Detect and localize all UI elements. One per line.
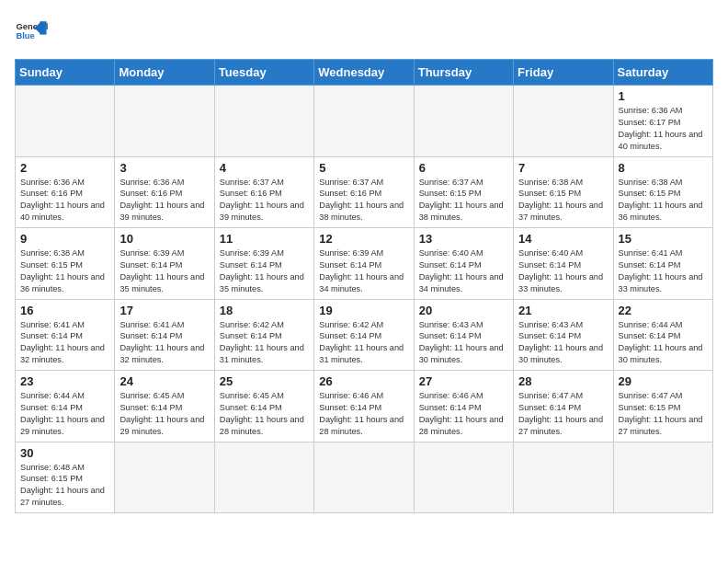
day-number: 11 (220, 232, 309, 246)
day-number: 25 (220, 374, 309, 388)
cell-info: Sunrise: 6:41 AMSunset: 6:14 PMDaylight:… (619, 247, 708, 295)
day-number: 27 (419, 374, 508, 388)
calendar-week-row: 9Sunrise: 6:38 AMSunset: 6:15 PMDaylight… (16, 228, 713, 300)
day-number: 29 (619, 374, 708, 388)
cell-info: Sunrise: 6:40 AMSunset: 6:14 PMDaylight:… (518, 247, 608, 295)
cell-info: Sunrise: 6:42 AMSunset: 6:14 PMDaylight:… (220, 319, 309, 367)
calendar-cell (314, 86, 414, 157)
day-number: 19 (319, 304, 408, 317)
day-number: 1 (619, 89, 708, 103)
day-number: 24 (119, 374, 209, 388)
logo-icon: General Blue (15, 15, 48, 48)
calendar-cell: 5Sunrise: 6:37 AMSunset: 6:16 PMDaylight… (314, 156, 414, 228)
weekday-header-saturday: Saturday (613, 60, 712, 86)
cell-info: Sunrise: 6:38 AMSunset: 6:15 PMDaylight:… (20, 247, 109, 295)
calendar-cell: 17Sunrise: 6:41 AMSunset: 6:14 PMDayligh… (115, 299, 214, 371)
day-number: 22 (619, 304, 708, 317)
cell-info: Sunrise: 6:41 AMSunset: 6:14 PMDaylight:… (20, 319, 109, 367)
cell-info: Sunrise: 6:45 AMSunset: 6:14 PMDaylight:… (119, 390, 209, 438)
day-number: 14 (518, 232, 608, 246)
calendar-cell: 14Sunrise: 6:40 AMSunset: 6:14 PMDayligh… (514, 228, 613, 300)
svg-text:Blue: Blue (16, 31, 34, 40)
calendar-cell (314, 442, 414, 513)
cell-info: Sunrise: 6:40 AMSunset: 6:14 PMDaylight:… (419, 247, 508, 295)
calendar-week-row: 30Sunrise: 6:48 AMSunset: 6:15 PMDayligh… (16, 442, 713, 513)
day-number: 10 (119, 232, 209, 246)
day-number: 18 (220, 304, 309, 317)
calendar-cell (414, 86, 513, 157)
cell-info: Sunrise: 6:46 AMSunset: 6:14 PMDaylight:… (319, 390, 408, 438)
calendar-cell: 22Sunrise: 6:44 AMSunset: 6:14 PMDayligh… (613, 299, 712, 371)
day-number: 12 (319, 232, 408, 246)
cell-info: Sunrise: 6:48 AMSunset: 6:15 PMDaylight:… (20, 462, 109, 510)
calendar-cell: 18Sunrise: 6:42 AMSunset: 6:14 PMDayligh… (214, 299, 313, 371)
weekday-header-wednesday: Wednesday (314, 60, 414, 86)
calendar-week-row: 23Sunrise: 6:44 AMSunset: 6:14 PMDayligh… (16, 371, 713, 442)
calendar-cell (214, 442, 313, 513)
calendar-table: SundayMondayTuesdayWednesdayThursdayFrid… (15, 59, 713, 513)
day-number: 23 (20, 374, 109, 388)
cell-info: Sunrise: 6:38 AMSunset: 6:15 PMDaylight:… (518, 177, 608, 224)
calendar-cell: 27Sunrise: 6:46 AMSunset: 6:14 PMDayligh… (414, 371, 513, 442)
calendar-cell (414, 442, 513, 513)
cell-info: Sunrise: 6:47 AMSunset: 6:15 PMDaylight:… (619, 390, 708, 438)
calendar-cell: 21Sunrise: 6:43 AMSunset: 6:14 PMDayligh… (514, 299, 613, 371)
weekday-header-thursday: Thursday (414, 60, 513, 86)
day-number: 17 (119, 304, 209, 317)
calendar-cell: 3Sunrise: 6:36 AMSunset: 6:16 PMDaylight… (115, 156, 214, 228)
calendar-cell: 12Sunrise: 6:39 AMSunset: 6:14 PMDayligh… (314, 228, 414, 300)
calendar-cell: 1Sunrise: 6:36 AMSunset: 6:17 PMDaylight… (613, 86, 712, 157)
calendar-cell: 13Sunrise: 6:40 AMSunset: 6:14 PMDayligh… (414, 228, 513, 300)
calendar-cell (613, 442, 712, 513)
weekday-header-row: SundayMondayTuesdayWednesdayThursdayFrid… (16, 60, 713, 86)
cell-info: Sunrise: 6:42 AMSunset: 6:14 PMDaylight:… (319, 319, 408, 367)
day-number: 4 (220, 161, 309, 175)
calendar-cell: 15Sunrise: 6:41 AMSunset: 6:14 PMDayligh… (613, 228, 712, 300)
day-number: 13 (419, 232, 508, 246)
weekday-header-sunday: Sunday (16, 60, 115, 86)
day-number: 26 (319, 374, 408, 388)
logo: General Blue (15, 15, 48, 48)
calendar-cell: 24Sunrise: 6:45 AMSunset: 6:14 PMDayligh… (115, 371, 214, 442)
cell-info: Sunrise: 6:36 AMSunset: 6:17 PMDaylight:… (619, 105, 708, 153)
cell-info: Sunrise: 6:38 AMSunset: 6:15 PMDaylight:… (619, 177, 708, 224)
day-number: 2 (20, 161, 109, 175)
calendar-cell: 19Sunrise: 6:42 AMSunset: 6:14 PMDayligh… (314, 299, 414, 371)
calendar-cell: 8Sunrise: 6:38 AMSunset: 6:15 PMDaylight… (613, 156, 712, 228)
day-number: 30 (20, 446, 109, 460)
calendar-cell: 30Sunrise: 6:48 AMSunset: 6:15 PMDayligh… (16, 442, 115, 513)
calendar-cell: 2Sunrise: 6:36 AMSunset: 6:16 PMDaylight… (16, 156, 115, 228)
calendar-week-row: 2Sunrise: 6:36 AMSunset: 6:16 PMDaylight… (16, 156, 713, 228)
calendar-week-row: 1Sunrise: 6:36 AMSunset: 6:17 PMDaylight… (16, 86, 713, 157)
cell-info: Sunrise: 6:43 AMSunset: 6:14 PMDaylight:… (419, 319, 508, 367)
cell-info: Sunrise: 6:44 AMSunset: 6:14 PMDaylight:… (20, 390, 109, 438)
calendar-cell (214, 86, 313, 157)
cell-info: Sunrise: 6:36 AMSunset: 6:16 PMDaylight:… (119, 177, 209, 224)
page-header: General Blue (15, 15, 713, 48)
cell-info: Sunrise: 6:47 AMSunset: 6:14 PMDaylight:… (518, 390, 608, 438)
cell-info: Sunrise: 6:39 AMSunset: 6:14 PMDaylight:… (220, 247, 309, 295)
day-number: 15 (619, 232, 708, 246)
calendar-cell: 20Sunrise: 6:43 AMSunset: 6:14 PMDayligh… (414, 299, 513, 371)
cell-info: Sunrise: 6:43 AMSunset: 6:14 PMDaylight:… (518, 319, 608, 367)
cell-info: Sunrise: 6:45 AMSunset: 6:14 PMDaylight:… (220, 390, 309, 438)
cell-info: Sunrise: 6:44 AMSunset: 6:14 PMDaylight:… (619, 319, 708, 367)
cell-info: Sunrise: 6:39 AMSunset: 6:14 PMDaylight:… (119, 247, 209, 295)
day-number: 16 (20, 304, 109, 317)
calendar-cell (16, 86, 115, 157)
day-number: 20 (419, 304, 508, 317)
calendar-cell: 25Sunrise: 6:45 AMSunset: 6:14 PMDayligh… (214, 371, 313, 442)
weekday-header-friday: Friday (514, 60, 613, 86)
calendar-cell: 23Sunrise: 6:44 AMSunset: 6:14 PMDayligh… (16, 371, 115, 442)
calendar-cell (115, 86, 214, 157)
calendar-cell: 29Sunrise: 6:47 AMSunset: 6:15 PMDayligh… (613, 371, 712, 442)
day-number: 6 (419, 161, 508, 175)
calendar-cell: 11Sunrise: 6:39 AMSunset: 6:14 PMDayligh… (214, 228, 313, 300)
calendar-cell: 16Sunrise: 6:41 AMSunset: 6:14 PMDayligh… (16, 299, 115, 371)
cell-info: Sunrise: 6:37 AMSunset: 6:16 PMDaylight:… (319, 177, 408, 224)
calendar-cell: 10Sunrise: 6:39 AMSunset: 6:14 PMDayligh… (115, 228, 214, 300)
calendar-cell: 26Sunrise: 6:46 AMSunset: 6:14 PMDayligh… (314, 371, 414, 442)
day-number: 3 (119, 161, 209, 175)
cell-info: Sunrise: 6:37 AMSunset: 6:15 PMDaylight:… (419, 177, 508, 224)
calendar-week-row: 16Sunrise: 6:41 AMSunset: 6:14 PMDayligh… (16, 299, 713, 371)
